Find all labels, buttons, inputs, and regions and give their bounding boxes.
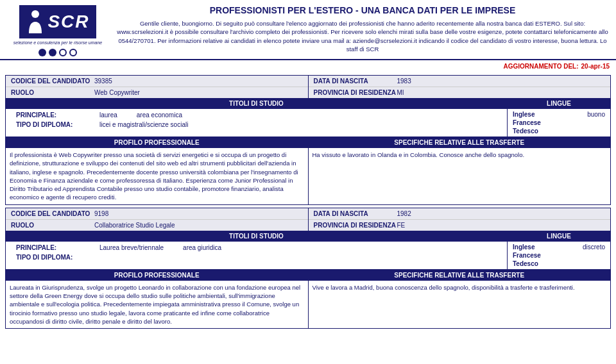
titoli-content-left-1: TITOLI DI STUDIO PRINCIPALE: laurea area… xyxy=(6,98,508,136)
principale-label-1: PRINCIPALE: xyxy=(16,112,99,119)
titoli-section-2: TITOLI DI STUDIO PRINCIPALE: Laurea brev… xyxy=(6,231,610,269)
data-nascita-label-1: DATA DI NASCITA xyxy=(314,78,397,85)
aggiornamento-date: 20-apr-15 xyxy=(581,63,610,70)
codice-label-1: CODICE DEL CANDIDATO xyxy=(11,78,94,85)
card-left-2: CODICE DEL CANDIDATO 9198 RUOLO Collabor… xyxy=(6,208,309,231)
dot2 xyxy=(49,49,56,56)
logo-person-icon xyxy=(26,9,45,35)
profilo-title-1: PROFILO PROFESSIONALE xyxy=(6,137,308,148)
lingue-section-1: LINGUE Inglese buono Francese Tedesco xyxy=(508,98,610,136)
data-nascita-row-2: DATA DI NASCITA 1982 xyxy=(309,208,611,220)
specifiche-title-1: SPECIFICHE RELATIVE ALLE TRASFERTE xyxy=(309,137,611,148)
card-header-row-1: CODICE DEL CANDIDATO 39385 RUOLO Web Cop… xyxy=(6,76,610,98)
specifiche-text-2: Vive e lavora a Madrid, buona conoscenza… xyxy=(309,281,611,326)
principale-row-2: PRINCIPALE: Laurea breve/triennale area … xyxy=(11,243,502,252)
tipo-diploma-value-1: licei e magistrali/scienze sociali xyxy=(99,121,188,128)
titoli-body-2: PRINCIPALE: Laurea breve/triennale area … xyxy=(6,242,507,263)
data-nascita-value-1: 1983 xyxy=(397,78,411,85)
lingua-name-2-0: Inglese xyxy=(513,244,535,251)
lingua-level-1-0: buono xyxy=(587,111,605,118)
provincia-value-2: FE xyxy=(397,222,406,229)
lingue-section-2: LINGUE Inglese discreto Francese Tedesco xyxy=(508,231,610,269)
lingua-name-2-1: Francese xyxy=(513,252,541,259)
principale-row-1: PRINCIPALE: laurea area economica xyxy=(11,110,502,120)
profilo-text-1: Il professionista è Web Copywriter press… xyxy=(6,148,308,204)
lingua-row-2-1: Francese xyxy=(513,251,605,260)
tipo-diploma-label-1: TIPO DI DIPLOMA: xyxy=(16,121,99,128)
lingua-name-1-2: Tedesco xyxy=(513,128,538,135)
lingua-name-2-2: Tedesco xyxy=(513,260,538,267)
provincia-label-1: PROVINCIA DI RESIDENZA xyxy=(314,89,397,96)
card-header-row-2: CODICE DEL CANDIDATO 9198 RUOLO Collabor… xyxy=(6,208,610,231)
data-nascita-value-2: 1982 xyxy=(397,210,411,217)
ruolo-row-2: RUOLO Collaboratrice Studio Legale xyxy=(6,220,308,231)
lingue-header-1: LINGUE xyxy=(508,98,610,109)
card-right-2: DATA DI NASCITA 1982 PROVINCIA DI RESIDE… xyxy=(309,208,611,231)
header-title: PROFESSIONISTI PER L'ESTERO - UNA BANCA … xyxy=(116,5,610,15)
specifiche-title-2: SPECIFICHE RELATIVE ALLE TRASFERTE xyxy=(309,270,611,281)
logo-text: SCR xyxy=(47,12,89,32)
aggiornamento-row: AGGIORNAMENTO DEL: 20-apr-15 xyxy=(0,60,616,72)
dot3 xyxy=(59,49,67,56)
lingua-row-1-0: Inglese buono xyxy=(513,110,605,119)
header-dots xyxy=(38,49,77,56)
lingue-list-2: Inglese discreto Francese Tedesco xyxy=(508,242,610,269)
lingua-name-1-1: Francese xyxy=(513,119,541,126)
dot4 xyxy=(69,49,77,56)
lingua-name-1-0: Inglese xyxy=(513,111,535,118)
profilo-section-2: PROFILO PROFESSIONALE Laureata in Giuris… xyxy=(6,270,309,328)
logo-box: SCR xyxy=(19,5,96,38)
tipo-diploma-row-1: TIPO DI DIPLOMA: licei e magistrali/scie… xyxy=(11,120,502,129)
provincia-row-1: PROVINCIA DI RESIDENZA MI xyxy=(309,87,611,98)
header-body: Gentile cliente, buongiorno. Di seguito … xyxy=(116,19,610,53)
lingua-row-2-0: Inglese discreto xyxy=(513,243,605,251)
profilo-specifiche-row-2: PROFILO PROFESSIONALE Laureata in Giuris… xyxy=(6,269,610,328)
logo-subtitle: selezione e consulenza per le risorse um… xyxy=(13,40,103,45)
principale-value-1: laurea xyxy=(99,112,117,119)
principale-value-2: Laurea breve/triennale xyxy=(99,244,164,251)
provincia-row-2: PROVINCIA DI RESIDENZA FE xyxy=(309,220,611,231)
ruolo-value-1: Web Copywriter xyxy=(94,89,140,96)
titoli-header-1: TITOLI DI STUDIO xyxy=(6,98,507,109)
lingua-row-1-1: Francese xyxy=(513,119,605,127)
ruolo-label-2: RUOLO xyxy=(11,222,94,229)
lingua-level-2-0: discreto xyxy=(583,244,605,251)
principale-label-2: PRINCIPALE: xyxy=(16,244,99,251)
lingua-row-2-2: Tedesco xyxy=(513,260,605,268)
ruolo-value-2: Collaboratrice Studio Legale xyxy=(94,222,175,229)
svg-point-0 xyxy=(31,10,39,18)
principale-area-2: area giuridica xyxy=(183,244,221,251)
dot1 xyxy=(38,49,46,56)
data-nascita-row-1: DATA DI NASCITA 1983 xyxy=(309,76,611,87)
codice-row-1: CODICE DEL CANDIDATO 39385 xyxy=(6,76,308,87)
specifiche-section-2: SPECIFICHE RELATIVE ALLE TRASFERTE Vive … xyxy=(309,270,611,328)
header: SCR selezione e consulenza per le risors… xyxy=(0,0,616,60)
titoli-body-1: PRINCIPALE: laurea area economica TIPO D… xyxy=(6,109,507,131)
profilo-specifiche-row-1: PROFILO PROFESSIONALE Il professionista … xyxy=(6,136,610,204)
specifiche-text-1: Ha vissuto e lavorato in Olanda e in Col… xyxy=(309,148,611,193)
card-right-1: DATA DI NASCITA 1983 PROVINCIA DI RESIDE… xyxy=(309,76,611,98)
titoli-header-2: TITOLI DI STUDIO xyxy=(6,231,507,242)
ruolo-row-1: RUOLO Web Copywriter xyxy=(6,87,308,98)
codice-value-2: 9198 xyxy=(94,210,108,217)
provincia-label-2: PROVINCIA DI RESIDENZA xyxy=(314,222,397,229)
aggiornamento-label: AGGIORNAMENTO DEL: xyxy=(503,63,578,70)
profilo-text-2: Laureata in Giurisprudenza, svolge un pr… xyxy=(6,281,308,328)
tipo-diploma-row-2: TIPO DI DIPLOMA: xyxy=(11,252,502,262)
provincia-value-1: MI xyxy=(397,89,404,96)
lingua-row-1-2: Tedesco xyxy=(513,127,605,135)
candidate-card-1: CODICE DEL CANDIDATO 39385 RUOLO Web Cop… xyxy=(5,75,611,205)
titoli-content-left-2: TITOLI DI STUDIO PRINCIPALE: Laurea brev… xyxy=(6,231,508,269)
titoli-section-1: TITOLI DI STUDIO PRINCIPALE: laurea area… xyxy=(6,98,610,136)
logo-area: SCR selezione e consulenza per le risors… xyxy=(6,5,109,56)
tipo-diploma-label-2: TIPO DI DIPLOMA: xyxy=(16,254,99,261)
profilo-title-2: PROFILO PROFESSIONALE xyxy=(6,270,308,281)
header-text: PROFESSIONISTI PER L'ESTERO - UNA BANCA … xyxy=(116,5,610,53)
specifiche-section-1: SPECIFICHE RELATIVE ALLE TRASFERTE Ha vi… xyxy=(309,137,611,204)
candidate-card-2: CODICE DEL CANDIDATO 9198 RUOLO Collabor… xyxy=(5,208,611,329)
codice-row-2: CODICE DEL CANDIDATO 9198 xyxy=(6,208,308,220)
ruolo-label-1: RUOLO xyxy=(11,89,94,96)
lingue-header-2: LINGUE xyxy=(508,231,610,242)
principale-area-1: area economica xyxy=(137,112,182,119)
profilo-section-1: PROFILO PROFESSIONALE Il professionista … xyxy=(6,137,309,204)
